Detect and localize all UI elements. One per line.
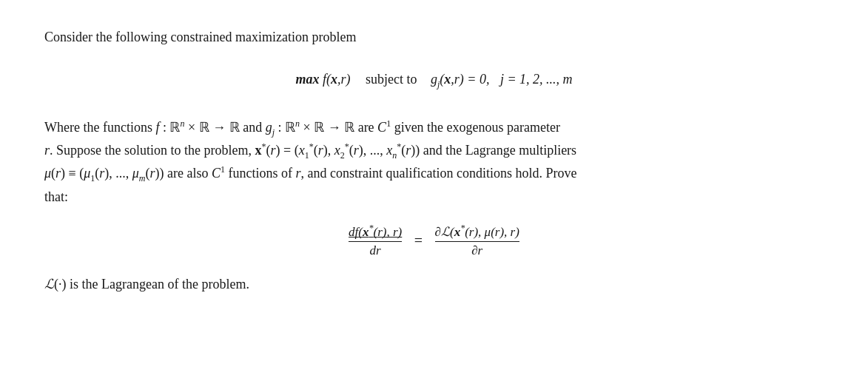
subject-to-label: subject to xyxy=(366,72,417,87)
rhs-numerator: ∂ℒ(x*(r), μ(r), r) xyxy=(435,223,519,242)
constraint-expression: gj(x,r) = 0, xyxy=(431,72,490,87)
intro-text: Consider the following constrained maxim… xyxy=(44,30,824,45)
index-range: j = 1, 2, ..., m xyxy=(500,72,573,87)
rhs-denominator: ∂r xyxy=(471,242,482,258)
lagrangean-note: ℒ(·) is the Lagrangean of the problem. xyxy=(44,276,824,292)
lhs-fraction: df(x*(r), r) dr xyxy=(349,223,402,258)
description-paragraph: Where the functions f : ℝn × ℝ → ℝ and g… xyxy=(44,117,824,209)
max-expression: max f(x,r) subject to gj(x,r) = 0, j = 1… xyxy=(44,72,824,90)
rhs-fraction: ∂ℒ(x*(r), μ(r), r) ∂r xyxy=(435,223,519,258)
main-equation: df(x*(r), r) dr = ∂ℒ(x*(r), μ(r), r) ∂r xyxy=(44,223,824,258)
lhs-numerator: df(x*(r), r) xyxy=(349,223,402,242)
objective-function: f(x,r) xyxy=(323,72,351,87)
lhs-denominator: dr xyxy=(370,242,381,258)
equals-sign: = xyxy=(414,232,423,249)
max-keyword: max xyxy=(295,72,319,87)
